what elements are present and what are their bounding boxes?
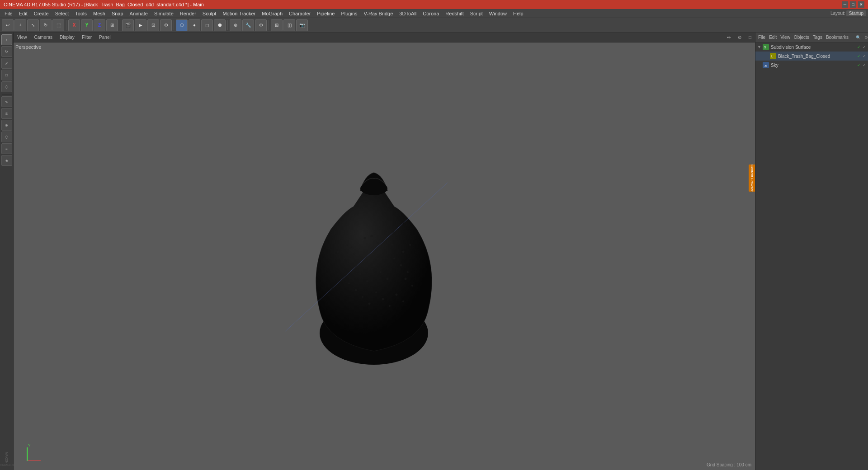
sidebar-poly-btn[interactable]: ⬡: [1, 81, 12, 92]
om-view-btn[interactable]: View: [780, 35, 790, 40]
om-objects-btn[interactable]: Objects: [794, 35, 809, 40]
menu-script[interactable]: Script: [467, 10, 486, 17]
om-file-btn[interactable]: File: [758, 35, 765, 40]
obj-vis-subdivision[interactable]: ✓: [863, 45, 866, 49]
om-settings-icon[interactable]: ⚙: [864, 35, 868, 40]
scale-tool-button[interactable]: ⤡: [27, 19, 39, 31]
om-tags-btn[interactable]: Tags: [813, 35, 822, 40]
render-region-button[interactable]: 🎬: [122, 19, 134, 31]
menu-motion-tracker[interactable]: Motion Tracker: [220, 10, 258, 17]
menu-sculpt[interactable]: Sculpt: [200, 10, 219, 17]
svg-point-16: [400, 264, 402, 267]
rotate-tool-button[interactable]: ↻: [40, 19, 52, 31]
z-axis-button[interactable]: Z: [94, 19, 105, 31]
svg-point-33: [371, 235, 373, 237]
menu-tools[interactable]: Tools: [72, 10, 90, 17]
toolbar-sep-5: [269, 20, 269, 30]
poly-mode-button[interactable]: ⬢: [214, 19, 226, 31]
vp-icon-expand[interactable]: ⇔: [725, 34, 732, 41]
svg-point-8: [357, 260, 359, 262]
render-active-button[interactable]: ⊡: [147, 19, 159, 31]
sidebar-select-btn[interactable]: □: [1, 70, 12, 80]
close-button[interactable]: ✕: [858, 1, 864, 8]
om-search-icon[interactable]: 🔍: [856, 35, 861, 40]
menu-plugins[interactable]: Plugins: [338, 10, 360, 17]
obj-check-subdivision[interactable]: ✓: [857, 45, 861, 49]
snap-button[interactable]: 🔧: [242, 19, 254, 31]
menu-mesh[interactable]: Mesh: [90, 10, 108, 17]
obj-check-sky[interactable]: ✓: [857, 63, 861, 67]
undo-button[interactable]: ↩: [2, 19, 14, 31]
select-button[interactable]: ⬚: [52, 19, 64, 31]
render-settings-button[interactable]: ⚙: [160, 19, 172, 31]
menu-mograph[interactable]: MoGraph: [259, 10, 285, 17]
menu-snap[interactable]: Snap: [109, 10, 126, 17]
y-axis-button[interactable]: Y: [81, 19, 93, 31]
menu-redshift[interactable]: Redshift: [443, 10, 466, 17]
menu-edit[interactable]: Edit: [16, 10, 30, 17]
om-bookmarks-btn[interactable]: Bookmarks: [826, 35, 849, 40]
menu-create[interactable]: Create: [31, 10, 52, 17]
sidebar-grid-btn[interactable]: ≡: [1, 143, 12, 154]
obj-vis-trashbag[interactable]: ✓: [863, 54, 866, 58]
layout-value[interactable]: Startup: [846, 10, 866, 16]
obj-item-sky[interactable]: ☁ Sky ✓ ✓: [755, 61, 868, 70]
sidebar-move-btn[interactable]: ↕: [1, 34, 12, 45]
grid-button[interactable]: ⊞: [271, 19, 283, 31]
om-edit-btn[interactable]: Edit: [769, 35, 777, 40]
svg-text:Y: Y: [28, 443, 31, 447]
minimize-button[interactable]: ─: [842, 1, 848, 8]
view-mode-button[interactable]: ◫: [283, 19, 295, 31]
render-button[interactable]: ▶: [135, 19, 146, 31]
obj-item-subdivision[interactable]: ▼ S Subdivision Surface ✓ ✓: [755, 42, 868, 52]
menu-3dtoall[interactable]: 3DToAll: [396, 10, 419, 17]
move-tool-button[interactable]: +: [14, 19, 26, 31]
sidebar-paint-btn[interactable]: ⬡: [1, 132, 12, 142]
maximize-button[interactable]: □: [850, 1, 856, 8]
obj-expand-arrow[interactable]: ▼: [757, 45, 761, 49]
menu-select[interactable]: Select: [52, 10, 72, 17]
vp-menu-cameras[interactable]: Cameras: [33, 34, 55, 41]
edge-mode-button[interactable]: ◻: [201, 19, 213, 31]
x-axis-button[interactable]: X: [68, 19, 80, 31]
vp-icon-grid[interactable]: □: [747, 34, 753, 41]
svg-text:L: L: [771, 55, 773, 58]
layout-label: Layout:: [830, 11, 845, 16]
all-axis-button[interactable]: ⊞: [106, 19, 118, 31]
obj-vis-sky[interactable]: ✓: [863, 63, 866, 67]
svg-point-7: [353, 253, 354, 255]
vp-menu-display[interactable]: Display: [58, 34, 76, 41]
soft-sel-button[interactable]: ⚙: [255, 19, 267, 31]
menu-help[interactable]: Help: [510, 10, 526, 17]
content-browser-tab[interactable]: Content Browser: [749, 164, 755, 192]
svg-text:☁: ☁: [764, 64, 767, 67]
obj-item-trashbag[interactable]: L Black_Trash_Bag_Closed ✓ ✓: [755, 52, 868, 61]
menu-vray[interactable]: V-Ray Bridge: [361, 10, 396, 17]
sidebar-sculpt-btn[interactable]: S: [1, 108, 12, 119]
sidebar-scale-btn[interactable]: ⤢: [1, 58, 12, 69]
point-mode-button[interactable]: ●: [189, 19, 200, 31]
sidebar-brush-btn[interactable]: ⊛: [1, 120, 12, 131]
menu-pipeline[interactable]: Pipeline: [314, 10, 337, 17]
menu-window[interactable]: Window: [486, 10, 509, 17]
menu-file[interactable]: File: [2, 10, 15, 17]
viewport[interactable]: Perspective: [14, 42, 755, 470]
menu-bar: File Edit Create Select Tools Mesh Snap …: [0, 9, 868, 18]
vp-menu-view[interactable]: View: [15, 34, 29, 41]
menu-simulate[interactable]: Simulate: [151, 10, 176, 17]
object-tree: ▼ S Subdivision Surface ✓ ✓ L Black_Tras…: [755, 42, 868, 470]
menu-render[interactable]: Render: [177, 10, 199, 17]
vp-icon-center[interactable]: ⊙: [736, 34, 743, 41]
sidebar-misc-btn[interactable]: ◈: [1, 155, 12, 166]
menu-animate[interactable]: Animate: [127, 10, 151, 17]
obj-check-trashbag[interactable]: ✓: [857, 54, 861, 58]
sidebar-spline-btn[interactable]: ∿: [1, 96, 12, 107]
cam-button[interactable]: 📷: [296, 19, 308, 31]
sidebar-rotate-btn[interactable]: ↻: [1, 46, 12, 57]
enable-axis-button[interactable]: ⊕: [230, 19, 241, 31]
vp-menu-panel[interactable]: Panel: [97, 34, 113, 41]
vp-menu-filter[interactable]: Filter: [80, 34, 94, 41]
menu-character[interactable]: Character: [286, 10, 313, 17]
object-mode-button[interactable]: ⬡: [176, 19, 188, 31]
menu-corona[interactable]: Corona: [420, 10, 442, 17]
